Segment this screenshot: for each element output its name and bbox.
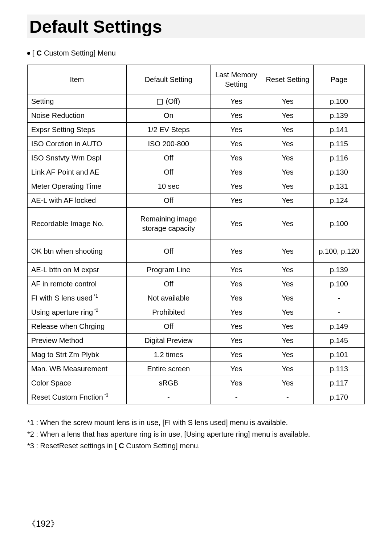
cell-item: AE-L bttn on M expsr [28, 263, 127, 277]
cell-page: p.101 [313, 348, 364, 362]
cell-item: Setting [28, 94, 127, 109]
cell-default: Off [126, 151, 211, 165]
table-row: OK btn when shootingOffYesYesp.100, p.12… [28, 240, 365, 263]
cell-page: p.145 [313, 334, 364, 348]
table-row: Link AF Point and AEOffYesYesp.130 [28, 165, 365, 179]
table-row: AF in remote controlOffYesYesp.100 [28, 277, 365, 291]
table-row: FI with S lens used *1Not availableYesYe… [28, 291, 365, 305]
cell-reset: Yes [262, 319, 313, 334]
cell-item: OK btn when shooting [28, 240, 127, 263]
footnote-3: *3 : ResetReset settings in [ C Custom S… [27, 440, 365, 452]
cell-page: p.130 [313, 165, 364, 179]
cell-default: Off [126, 193, 211, 208]
table-row: ISO Corction in AUTOISO 200-800YesYesp.1… [28, 137, 365, 151]
cell-default: 1.2 times [126, 348, 211, 362]
cell-default: ISO 200-800 [126, 137, 211, 151]
cell-page: - [313, 305, 364, 319]
cell-reset: Yes [262, 334, 313, 348]
cell-item: Preview Method [28, 334, 127, 348]
cell-item: Color Space [28, 376, 127, 390]
cell-reset: Yes [262, 291, 313, 305]
cell-page: - [313, 291, 364, 305]
cell-page: p.131 [313, 179, 364, 193]
cell-item: Recordable Image No. [28, 208, 127, 240]
cell-default: Program Line [126, 263, 211, 277]
header-page: Page [313, 65, 364, 94]
cell-page: p.100 [313, 94, 364, 109]
footnote-marker: *1 [93, 294, 98, 299]
cell-reset: Yes [262, 109, 313, 123]
cell-last-memory: Yes [211, 109, 262, 123]
cell-item: Noise Reduction [28, 109, 127, 123]
header-reset: Reset Setting [262, 65, 313, 94]
table-row: Setting(Off)YesYesp.100 [28, 94, 365, 109]
cell-last-memory: Yes [211, 94, 262, 109]
cell-reset: Yes [262, 137, 313, 151]
table-row: Reset Custom Fnction *3---p.170 [28, 390, 365, 404]
cell-last-memory: Yes [211, 151, 262, 165]
cell-default: sRGB [126, 376, 211, 390]
cell-last-memory: Yes [211, 179, 262, 193]
table-row: Release when ChrgingOffYesYesp.149 [28, 319, 365, 334]
cell-item: Reset Custom Fnction *3 [28, 390, 127, 404]
table-row: Color SpacesRGBYesYesp.117 [28, 376, 365, 390]
cell-item: ISO Snstvty Wrn Dspl [28, 151, 127, 165]
cell-last-memory: Yes [211, 291, 262, 305]
cell-last-memory: Yes [211, 137, 262, 151]
custom-setting-icon: C [37, 49, 42, 57]
cell-item: FI with S lens used *1 [28, 291, 127, 305]
cell-default: Off [126, 319, 211, 334]
cell-last-memory: Yes [211, 193, 262, 208]
cell-item: AF in remote control [28, 277, 127, 291]
footnote-1: *1 : When the screw mount lens is in use… [27, 417, 365, 428]
cell-last-memory: Yes [211, 208, 262, 240]
cell-last-memory: Yes [211, 305, 262, 319]
cell-page: p.100, p.120 [313, 240, 364, 263]
cell-reset: Yes [262, 193, 313, 208]
cell-reset: Yes [262, 348, 313, 362]
page-title: Default Settings [29, 17, 363, 37]
table-row: Man. WB MeasurementEntire screenYesYesp.… [28, 362, 365, 376]
page-number: 《192》 [27, 518, 59, 530]
table-row: Noise ReductionOnYesYesp.139 [28, 109, 365, 123]
cell-default: - [126, 390, 211, 404]
cell-default: (Off) [126, 94, 211, 109]
cell-last-memory: Yes [211, 240, 262, 263]
cell-last-memory: Yes [211, 263, 262, 277]
footnotes: *1 : When the screw mount lens is in use… [27, 417, 365, 452]
menu-label-suffix: Custom Setting] Menu [44, 49, 116, 57]
table-row: Meter Operating Time10 secYesYesp.131 [28, 179, 365, 193]
cell-reset: Yes [262, 305, 313, 319]
cell-default: Prohibited [126, 305, 211, 319]
footnote-3-prefix: *3 : ResetReset settings in [ [27, 442, 119, 450]
cell-item: Expsr Setting Steps [28, 123, 127, 137]
cell-last-memory: Yes [211, 319, 262, 334]
header-item: Item [28, 65, 127, 94]
cell-default: Not available [126, 291, 211, 305]
cell-default: 1/2 EV Steps [126, 123, 211, 137]
cell-item: Release when Chrging [28, 319, 127, 334]
footnote-3-suffix: Custom Setting] menu. [124, 442, 200, 450]
cell-item: AE-L with AF locked [28, 193, 127, 208]
cell-reset: Yes [262, 151, 313, 165]
settings-table: Item Default Setting Last Memory Setting… [27, 65, 365, 404]
cell-reset: Yes [262, 94, 313, 109]
cell-default: 10 sec [126, 179, 211, 193]
header-last-memory: Last Memory Setting [211, 65, 262, 94]
title-bar: Default Settings [27, 15, 365, 38]
cell-page: p.124 [313, 193, 364, 208]
table-row: AE-L bttn on M expsrProgram LineYesYesp.… [28, 263, 365, 277]
cell-default-text: (Off) [166, 97, 180, 105]
table-row: Recordable Image No.Remaining image stor… [28, 208, 365, 240]
cell-page: p.170 [313, 390, 364, 404]
cell-page: p.139 [313, 263, 364, 277]
cell-last-memory: Yes [211, 277, 262, 291]
cell-default: Off [126, 240, 211, 263]
cell-reset: Yes [262, 165, 313, 179]
cell-last-memory: Yes [211, 334, 262, 348]
cell-last-memory: Yes [211, 165, 262, 179]
table-row: AE-L with AF lockedOffYesYesp.124 [28, 193, 365, 208]
cell-item: Mag to Strt Zm Plybk [28, 348, 127, 362]
table-row: ISO Snstvty Wrn DsplOffYesYesp.116 [28, 151, 365, 165]
menu-label-prefix: [ [32, 49, 34, 57]
